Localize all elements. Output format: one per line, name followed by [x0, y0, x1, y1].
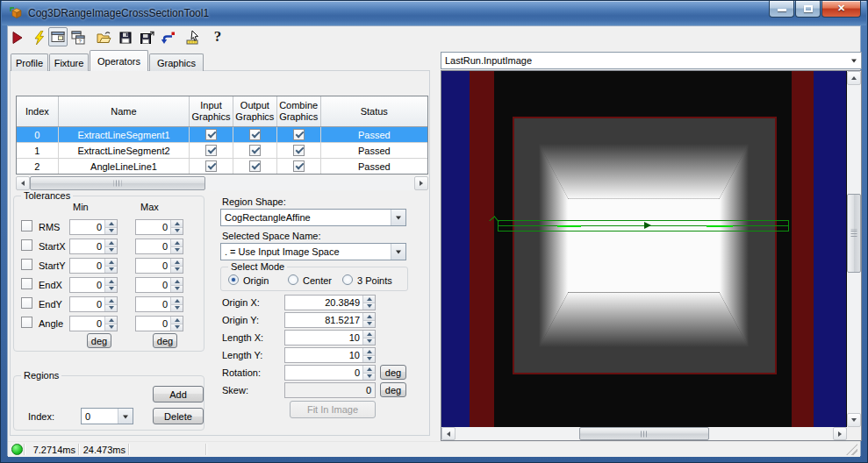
rms-checkbox[interactable]: [21, 220, 32, 232]
col-header-input-graphics[interactable]: Input Graphics: [190, 96, 233, 126]
col-header-index[interactable]: Index: [17, 96, 59, 126]
minimize-button[interactable]: [769, 1, 794, 18]
cell-index[interactable]: 0: [17, 127, 59, 142]
starty-min-spinner[interactable]: 0: [69, 258, 118, 274]
region-shape-combo[interactable]: CogRectangleAffine: [220, 209, 406, 226]
open-button[interactable]: [94, 28, 113, 47]
help-button[interactable]: ?: [208, 27, 227, 46]
tab-profile[interactable]: Profile: [11, 53, 48, 71]
spin-up-button[interactable]: [171, 278, 183, 286]
three-points-radio[interactable]: [342, 274, 353, 285]
spin-up-button[interactable]: [171, 220, 183, 228]
max-deg-button[interactable]: deg: [153, 333, 177, 348]
endy-max-spinner[interactable]: 0: [135, 296, 183, 312]
input-graphics-checkbox[interactable]: [205, 145, 217, 156]
spin-down-button[interactable]: [171, 247, 183, 254]
scroll-track[interactable]: [847, 85, 861, 413]
origin-x-spinner[interactable]: 20.3849: [284, 295, 376, 310]
spin-up-button[interactable]: [171, 297, 183, 305]
col-header-combine-graphics[interactable]: Combine Graphics: [277, 96, 321, 126]
region-index-combo[interactable]: 0: [81, 408, 133, 424]
chevron-down-icon[interactable]: [391, 244, 405, 260]
scroll-right-button[interactable]: [833, 427, 847, 440]
spin-down-button[interactable]: [171, 267, 183, 274]
spin-down-button[interactable]: [171, 286, 183, 293]
maximize-button[interactable]: [795, 1, 821, 18]
run-button[interactable]: [8, 28, 27, 47]
spin-down-button[interactable]: [105, 247, 117, 254]
space-name-combo[interactable]: . = Use Input Image Space: [220, 243, 406, 260]
spin-up-button[interactable]: [105, 278, 117, 286]
combine-graphics-checkbox[interactable]: [293, 145, 305, 156]
scroll-track[interactable]: [30, 176, 414, 190]
spin-up-button[interactable]: [171, 239, 183, 247]
spin-up-button[interactable]: [105, 317, 117, 324]
endy-min-spinner[interactable]: 0: [69, 296, 118, 312]
col-header-name[interactable]: Name: [59, 96, 190, 126]
cell-index[interactable]: 1: [17, 143, 59, 158]
output-graphics-checkbox[interactable]: [249, 145, 261, 156]
cell-name[interactable]: ExtractLineSegment2: [59, 143, 190, 158]
scroll-right-button[interactable]: [414, 176, 428, 190]
origin-radio-label[interactable]: Origin: [243, 275, 269, 286]
endy-checkbox[interactable]: [21, 297, 32, 309]
scroll-track[interactable]: [456, 427, 833, 440]
titlebar[interactable]: Cog3DRangeImageCrossSectionTool1 ✕: [2, 1, 866, 25]
spin-down-button[interactable]: [363, 303, 375, 310]
rotation-spinner[interactable]: 0: [284, 365, 376, 381]
output-graphics-checkbox[interactable]: [249, 129, 261, 140]
cell-index[interactable]: 2: [17, 159, 59, 174]
skew-deg-button[interactable]: deg: [380, 382, 406, 397]
startx-max-spinner[interactable]: 0: [135, 239, 183, 254]
combine-graphics-checkbox[interactable]: [293, 129, 305, 140]
starty-checkbox[interactable]: [21, 259, 32, 270]
scroll-left-button[interactable]: [16, 176, 30, 190]
three-points-radio-label[interactable]: 3 Points: [357, 275, 392, 286]
chevron-down-icon[interactable]: [118, 409, 133, 424]
angle-min-spinner[interactable]: 0: [69, 316, 118, 331]
spin-up-button[interactable]: [363, 296, 375, 303]
chevron-down-icon[interactable]: [846, 53, 861, 68]
delete-region-button[interactable]: Delete: [153, 408, 204, 424]
combine-graphics-checkbox[interactable]: [293, 160, 305, 172]
save-as-button[interactable]: [137, 28, 156, 47]
rms-max-spinner[interactable]: 0: [135, 219, 183, 235]
endx-max-spinner[interactable]: 0: [135, 277, 183, 293]
spin-up-button[interactable]: [363, 366, 375, 374]
spin-up-button[interactable]: [171, 259, 183, 267]
starty-max-spinner[interactable]: 0: [135, 258, 183, 274]
rotation-deg-button[interactable]: deg: [380, 365, 406, 380]
length-y-spinner[interactable]: 10: [284, 347, 376, 363]
spin-down-button[interactable]: [363, 374, 375, 381]
center-radio-label[interactable]: Center: [303, 275, 332, 286]
close-button[interactable]: ✕: [821, 1, 861, 18]
spin-up-button[interactable]: [363, 331, 375, 338]
input-graphics-checkbox[interactable]: [205, 160, 217, 172]
fit-in-image-button[interactable]: Fit In Image: [290, 401, 376, 418]
origin-y-spinner[interactable]: 81.5217: [284, 312, 376, 328]
resize-grip[interactable]: [846, 444, 857, 455]
length-x-spinner[interactable]: 10: [284, 330, 376, 345]
save-button[interactable]: [116, 28, 135, 47]
tab-graphics[interactable]: Graphics: [149, 53, 204, 71]
spin-down-button[interactable]: [171, 324, 183, 331]
scroll-left-button[interactable]: [441, 427, 456, 440]
input-graphics-checkbox[interactable]: [205, 129, 217, 140]
spin-down-button[interactable]: [105, 305, 117, 312]
float-window-button[interactable]: ?: [68, 28, 88, 47]
spin-up-button[interactable]: [105, 259, 117, 267]
spin-down-button[interactable]: [105, 286, 117, 293]
scroll-thumb[interactable]: [30, 176, 205, 190]
chevron-down-icon[interactable]: [391, 210, 405, 225]
cell-status[interactable]: Passed: [321, 159, 427, 174]
startx-min-spinner[interactable]: 0: [69, 239, 118, 254]
scroll-down-button[interactable]: [847, 413, 861, 427]
spin-down-button[interactable]: [105, 267, 117, 274]
output-graphics-checkbox[interactable]: [249, 160, 261, 172]
startx-checkbox[interactable]: [21, 239, 32, 251]
rms-min-spinner[interactable]: 0: [69, 219, 118, 235]
cell-status[interactable]: Passed: [321, 127, 427, 142]
center-radio[interactable]: [288, 274, 298, 285]
spin-down-button[interactable]: [171, 228, 183, 235]
endx-min-spinner[interactable]: 0: [69, 277, 118, 293]
